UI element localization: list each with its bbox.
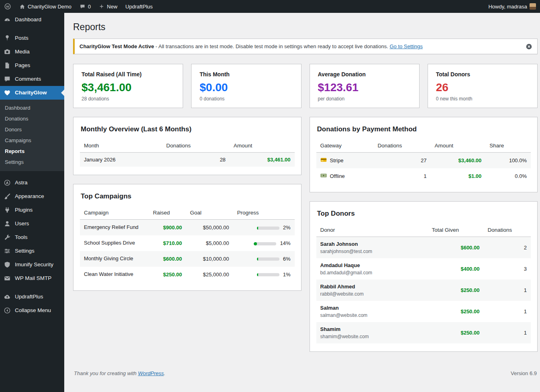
donor-total: $600.00: [428, 237, 483, 259]
credit-card-icon: [320, 157, 327, 164]
donor-email: shamim@website.com: [320, 334, 424, 339]
progress-label: 14%: [280, 240, 290, 246]
donor-count: 2: [483, 237, 531, 259]
sidebar-item-appearance[interactable]: Appearance: [0, 190, 64, 203]
comments-indicator[interactable]: 0: [75, 0, 95, 13]
left-column: Monthly Overview (Last 6 Months) Month D…: [73, 117, 302, 290]
sidebar-item-updraftplus[interactable]: UpdraftPlus: [0, 290, 64, 304]
table-row: Amdadul Haquebd.amdadul@gmail.com $400.0…: [316, 258, 531, 280]
gateway-share: 0.0%: [485, 168, 531, 184]
sidebar-item-wp-mail-smtp[interactable]: WP Mail SMTP: [0, 272, 64, 285]
right-column: Donations by Payment Method Gateway Dona…: [310, 117, 538, 352]
avatar: [530, 3, 536, 10]
campaign-name: Monthly Giving Circle: [80, 251, 149, 267]
donations-cell: 28: [162, 153, 230, 167]
footer-thanks-text: Thank you for creating with: [74, 370, 138, 376]
sidebar-item-plugins[interactable]: Plugins: [0, 203, 64, 217]
cloud-backup-icon: [3, 293, 11, 300]
payment-methods-panel: Donations by Payment Method Gateway Dona…: [310, 117, 538, 192]
column-header: Campaign: [80, 206, 149, 220]
sidebar-item-dashboard[interactable]: Dashboard: [0, 13, 64, 27]
campaign-goal: $10,000.00: [186, 251, 233, 267]
dismiss-notice-button[interactable]: [526, 43, 532, 50]
submenu-item-reports[interactable]: Reports: [0, 146, 64, 157]
submenu-item-donors[interactable]: Donors: [0, 124, 64, 135]
brush-icon: [3, 193, 11, 200]
menu-separator: [0, 171, 64, 176]
gateway-name: Offline: [330, 173, 345, 179]
column-header: Progress: [233, 206, 295, 220]
pages-icon: [3, 62, 11, 69]
campaign-goal: $50,000.00: [186, 220, 233, 235]
table-row: Offline 1 $1.00 0.0%: [316, 168, 531, 184]
donor-total: $250.00: [428, 280, 483, 301]
sidebar-item-comments[interactable]: Comments: [0, 72, 64, 86]
sidebar-item-astra[interactable]: Astra: [0, 176, 64, 190]
donor-name: Salman: [320, 305, 424, 311]
footer-version: Version 6.9: [511, 370, 537, 376]
table-row: January 2026 28 $3,461.00: [80, 153, 295, 167]
stat-value: $0.00: [200, 81, 293, 94]
page-title: Reports: [73, 22, 538, 33]
column-header: Goal: [186, 206, 233, 220]
sidebar-item-label: Pages: [15, 62, 30, 69]
panel-title: Top Campaigns: [81, 192, 294, 200]
astra-icon: [3, 179, 11, 186]
sidebar-item-media[interactable]: Media: [0, 45, 64, 59]
sidebar-item-settings[interactable]: Settings: [0, 244, 64, 258]
updraftplus-menu[interactable]: UpdraftPlus: [121, 0, 157, 13]
sidebar-item-collapse-menu[interactable]: Collapse Menu: [0, 304, 64, 317]
sidebar-item-label: UpdraftPlus: [15, 293, 43, 300]
progress-label: 1%: [283, 272, 291, 278]
campaign-name: Clean Water Initiative: [80, 267, 149, 282]
updraftplus-label: UpdraftPlus: [125, 4, 153, 10]
sidebar-item-label: Astra: [15, 179, 28, 186]
panel-title: Top Donors: [317, 210, 530, 218]
gateway-amount: $1.00: [430, 168, 485, 184]
my-account-menu[interactable]: Howdy, madrasa: [484, 0, 540, 13]
column-header: Amount: [430, 139, 485, 153]
donor-total: $250.00: [428, 301, 483, 322]
donor-count: 1: [483, 301, 531, 322]
top-campaigns-panel: Top Campaigns Campaign Raised Goal Progr…: [73, 184, 302, 290]
submenu-item-dashboard[interactable]: Dashboard: [0, 102, 64, 113]
sidebar-item-label: Posts: [15, 35, 29, 42]
submenu-item-campaigns[interactable]: Campaigns: [0, 135, 64, 146]
sliders-icon: [3, 247, 11, 255]
stat-value: $3,461.00: [82, 81, 175, 94]
sidebar-item-charityglow[interactable]: CharityGlow: [0, 86, 64, 100]
stat-value: $123.61: [318, 81, 411, 94]
panel-title: Monthly Overview (Last 6 Months): [81, 125, 294, 133]
go-to-settings-link[interactable]: Go to Settings: [389, 43, 422, 49]
sidebar-item-tools[interactable]: Tools: [0, 231, 64, 244]
monthly-overview-table: Month Donations Amount January 2026 28 $…: [80, 139, 295, 167]
site-name-menu[interactable]: CharityGlow Demo: [15, 0, 75, 13]
wordpress-logo[interactable]: [0, 0, 15, 13]
donor-email: bd.amdadul@gmail.com: [320, 270, 424, 276]
wordpress-link[interactable]: WordPress: [138, 370, 164, 376]
stat-card-this-month: This Month $0.00 0 donations: [191, 64, 301, 108]
column-header: Raised: [149, 206, 186, 220]
stat-subtext: 28 donations: [82, 96, 175, 102]
new-content-button[interactable]: New: [95, 0, 121, 13]
donor-name: Amdadul Haque: [320, 262, 424, 268]
sidebar-item-label: Users: [15, 220, 29, 227]
sidebar-item-users[interactable]: Users: [0, 217, 64, 231]
column-header: Donations: [373, 139, 430, 153]
sidebar-item-imunify-security[interactable]: Imunify Security: [0, 258, 64, 272]
donor-count: 3: [483, 258, 531, 280]
stat-card-total-raised: Total Raised (All Time) $3,461.00 28 don…: [73, 64, 183, 108]
table-row: Rabbil Ahmedrabbil@website.com $250.00 1: [316, 280, 531, 301]
howdy-label: Howdy, madrasa: [488, 4, 527, 10]
gateway-donations: 27: [373, 153, 430, 169]
progress-fill: [257, 227, 258, 230]
submenu-item-donations[interactable]: Donations: [0, 113, 64, 124]
submenu-item-settings[interactable]: Settings: [0, 157, 64, 167]
donor-total: $250.00: [428, 322, 483, 343]
sidebar-item-label: Settings: [15, 247, 35, 255]
donor-email: rabbil@website.com: [320, 291, 424, 297]
sidebar-item-label: Imunify Security: [15, 261, 53, 268]
sidebar-item-pages[interactable]: Pages: [0, 59, 64, 72]
sidebar-item-posts[interactable]: Posts: [0, 31, 64, 45]
stat-subtext: 0 new this month: [436, 96, 529, 102]
